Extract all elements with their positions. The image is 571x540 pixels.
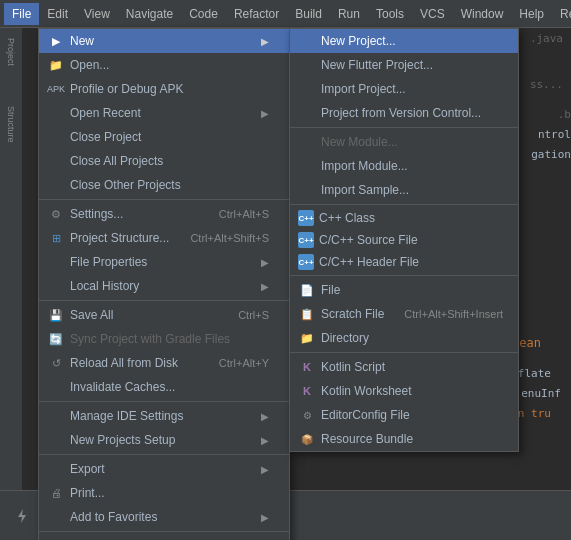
manage-ide-label: Manage IDE Settings xyxy=(70,409,253,423)
new-module-icon xyxy=(298,133,316,151)
resource-bundle-label: Resource Bundle xyxy=(321,432,498,446)
directory-item[interactable]: 📁 Directory xyxy=(290,326,518,350)
kotlin-worksheet-label: Kotlin Worksheet xyxy=(321,384,498,398)
resource-bundle-item[interactable]: 📦 Resource Bundle xyxy=(290,427,518,451)
sep-4 xyxy=(39,454,289,455)
new-project-label: New Project... xyxy=(321,34,498,48)
sep-1 xyxy=(39,199,289,200)
settings-label: Settings... xyxy=(70,207,199,221)
menu-item-manage-ide[interactable]: Manage IDE Settings ▶ xyxy=(39,404,289,428)
apk-icon: APK xyxy=(47,80,65,98)
menu-item-save-all[interactable]: 💾 Save All Ctrl+S xyxy=(39,303,289,327)
menu-item-invalidate[interactable]: Invalidate Caches... xyxy=(39,375,289,399)
manage-ide-icon xyxy=(47,407,65,425)
menu-item-project-structure[interactable]: ⊞ Project Structure... Ctrl+Alt+Shift+S xyxy=(39,226,289,250)
import-sample-item[interactable]: Import Sample... xyxy=(290,178,518,202)
cpp-class-icon: C++ xyxy=(298,210,314,226)
menu-item-open-recent[interactable]: Open Recent ▶ xyxy=(39,101,289,125)
save-all-shortcut: Ctrl+S xyxy=(238,309,269,321)
reload-shortcut: Ctrl+Alt+Y xyxy=(219,357,269,369)
file-props-icon xyxy=(47,253,65,271)
kotlin-script-icon: K xyxy=(298,358,316,376)
menu-item-export[interactable]: Export ▶ xyxy=(39,457,289,481)
import-module-item[interactable]: Import Module... xyxy=(290,154,518,178)
menu-item-add-favorites[interactable]: Add to Favorites ▶ xyxy=(39,505,289,529)
dir-icon: 📁 xyxy=(298,329,316,347)
import-module-label: Import Module... xyxy=(321,159,498,173)
close-other-icon xyxy=(47,176,65,194)
manage-ide-arrow: ▶ xyxy=(261,411,269,422)
cpp-source-item[interactable]: C++ C/C++ Source File xyxy=(290,229,518,251)
resource-bundle-icon: 📦 xyxy=(298,430,316,448)
file-item[interactable]: 📄 File xyxy=(290,278,518,302)
new-flutter-label: New Flutter Project... xyxy=(321,58,498,72)
menu-item-new-projects-setup[interactable]: New Projects Setup ▶ xyxy=(39,428,289,452)
project-from-vcs-item[interactable]: Project from Version Control... xyxy=(290,101,518,125)
new-projects-arrow: ▶ xyxy=(261,435,269,446)
menu-item-local-history[interactable]: Local History ▶ xyxy=(39,274,289,298)
project-from-vcs-label: Project from Version Control... xyxy=(321,106,498,120)
menu-item-reload-disk[interactable]: ↺ Reload All from Disk Ctrl+Alt+Y xyxy=(39,351,289,375)
add-favorites-label: Add to Favorites xyxy=(70,510,253,524)
reload-label: Reload All from Disk xyxy=(70,356,199,370)
new-submenu: New Project... New Flutter Project... Im… xyxy=(289,28,519,452)
editorconfig-icon: ⚙ xyxy=(298,406,316,424)
menu-item-close-other[interactable]: Close Other Projects xyxy=(39,173,289,197)
structure-icon: ⊞ xyxy=(47,229,65,247)
invalidate-icon xyxy=(47,378,65,396)
new-icon: ▶ xyxy=(47,32,65,50)
file-properties-label: File Properties xyxy=(70,255,253,269)
cpp-source-icon: C++ xyxy=(298,232,314,248)
cpp-header-item[interactable]: C++ C/C++ Header File xyxy=(290,251,518,273)
cpp-class-item[interactable]: C++ C++ Class xyxy=(290,207,518,229)
sep-new-3 xyxy=(290,275,518,276)
new-label: New xyxy=(70,34,253,48)
reload-icon: ↺ xyxy=(47,354,65,372)
import-project-icon xyxy=(298,80,316,98)
menu-item-close-project[interactable]: Close Project xyxy=(39,125,289,149)
menu-item-new[interactable]: ▶ New ▶ xyxy=(39,29,289,53)
new-project-item[interactable]: New Project... xyxy=(290,29,518,53)
import-sample-icon xyxy=(298,181,316,199)
open-recent-label: Open Recent xyxy=(70,106,253,120)
scratch-file-label: Scratch File xyxy=(321,307,384,321)
close-project-icon xyxy=(47,128,65,146)
history-arrow: ▶ xyxy=(261,281,269,292)
local-history-label: Local History xyxy=(70,279,253,293)
cpp-header-label: C/C++ Header File xyxy=(319,255,498,269)
new-projects-label: New Projects Setup xyxy=(70,433,253,447)
file-label: File xyxy=(321,283,498,297)
directory-label: Directory xyxy=(321,331,498,345)
kotlin-worksheet-item[interactable]: K Kotlin Worksheet xyxy=(290,379,518,403)
menu-item-file-properties[interactable]: File Properties ▶ xyxy=(39,250,289,274)
import-project-label: Import Project... xyxy=(321,82,498,96)
menu-item-print[interactable]: 🖨 Print... xyxy=(39,481,289,505)
save-all-label: Save All xyxy=(70,308,218,322)
invalidate-label: Invalidate Caches... xyxy=(70,380,269,394)
export-label: Export xyxy=(70,462,253,476)
sep-new-2 xyxy=(290,204,518,205)
menu-item-close-all[interactable]: Close All Projects xyxy=(39,149,289,173)
scratch-file-item[interactable]: 📋 Scratch File Ctrl+Alt+Shift+Insert xyxy=(290,302,518,326)
menu-item-profile[interactable]: APK Profile or Debug APK xyxy=(39,77,289,101)
menu-overlay: ▶ New ▶ 📁 Open... APK Profile or Debug A… xyxy=(0,0,571,540)
cpp-class-label: C++ Class xyxy=(319,211,498,225)
sep-5 xyxy=(39,531,289,532)
menu-item-open[interactable]: 📁 Open... xyxy=(39,53,289,77)
new-module-item: New Module... xyxy=(290,130,518,154)
import-project-item[interactable]: Import Project... xyxy=(290,77,518,101)
kotlin-script-item[interactable]: K Kotlin Script xyxy=(290,355,518,379)
editorconfig-label: EditorConfig File xyxy=(321,408,498,422)
print-icon: 🖨 xyxy=(47,484,65,502)
gradle-icon: 🔄 xyxy=(47,330,65,348)
menu-item-settings[interactable]: ⚙ Settings... Ctrl+Alt+S xyxy=(39,202,289,226)
new-flutter-item[interactable]: New Flutter Project... xyxy=(290,53,518,77)
menu-item-power-save[interactable]: Power Save Mode xyxy=(39,534,289,540)
file-props-arrow: ▶ xyxy=(261,257,269,268)
editorconfig-item[interactable]: ⚙ EditorConfig File xyxy=(290,403,518,427)
sep-3 xyxy=(39,401,289,402)
export-arrow: ▶ xyxy=(261,464,269,475)
close-all-label: Close All Projects xyxy=(70,154,269,168)
project-structure-shortcut: Ctrl+Alt+Shift+S xyxy=(190,232,269,244)
file-dropdown: ▶ New ▶ 📁 Open... APK Profile or Debug A… xyxy=(38,28,290,540)
